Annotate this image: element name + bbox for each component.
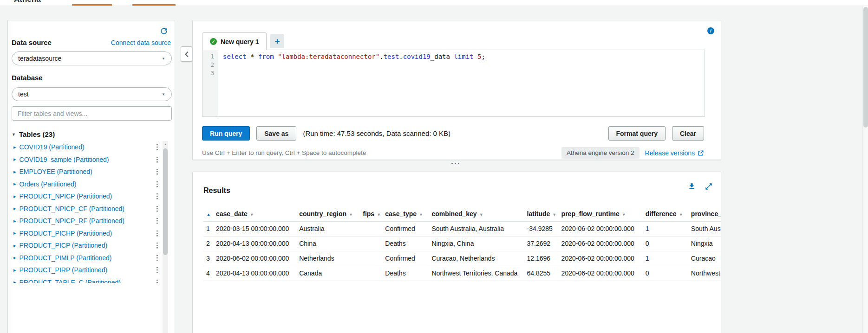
results-toolbar [688, 182, 712, 190]
download-results-icon[interactable] [688, 182, 696, 190]
table-options-icon[interactable]: ⋮ [154, 278, 160, 283]
result-row: 1 2020-03-15 00:00:00.000 Australia Conf… [203, 221, 721, 236]
info-icon[interactable]: i [707, 27, 714, 34]
sql-token: ; [481, 53, 485, 60]
table-list-item[interactable]: ▸Orders (Partitioned)⋮ [12, 178, 160, 191]
scrollbar-thumb[interactable] [163, 148, 168, 255]
add-tab-button[interactable]: + [270, 34, 284, 48]
cell-fips [363, 266, 385, 281]
sql-token: _data [431, 53, 454, 60]
results-table-container: ▲ case_date▼ country_region▼ fips▼ case_… [203, 207, 721, 333]
column-header-fips[interactable]: fips▼ [363, 207, 385, 221]
table-list-item[interactable]: ▸PRODUCT_TABLE_C (Partitioned)⋮ [12, 276, 160, 283]
athena-brand-link[interactable]: Athena [14, 0, 41, 4]
scroll-up-arrow-icon[interactable]: ▲ [163, 141, 168, 147]
table-options-icon[interactable]: ⋮ [154, 229, 160, 237]
table-name-link[interactable]: PRODUCT_PICHP (Partitioned) [20, 230, 112, 237]
database-select[interactable]: test ▼ [12, 87, 172, 101]
cell-combined-key: South Australia, Australia [431, 221, 527, 236]
table-name-link[interactable]: PRODUCT_PIRP (Partitioned) [20, 266, 108, 274]
sql-token: select [223, 53, 247, 60]
column-header-combined-key[interactable]: combined_key▼ [431, 207, 527, 221]
table-list-item[interactable]: ▸PRODUCT_PIRP (Partitioned)⋮ [12, 264, 160, 276]
cell-combined-key: Curacao, Netherlands [431, 251, 527, 266]
table-options-icon[interactable]: ⋮ [154, 180, 160, 188]
table-name-link[interactable]: COVID19_sample (Partitioned) [20, 156, 109, 163]
table-list-item[interactable]: ▸COVID19_sample (Partitioned)⋮ [12, 154, 160, 166]
table-options-icon[interactable]: ⋮ [154, 254, 160, 262]
cell-latitude: -34.9285 [527, 221, 561, 236]
table-options-icon[interactable]: ⋮ [154, 155, 160, 164]
expand-triangle-icon: ▸ [13, 231, 16, 236]
table-list-item[interactable]: ▸PRODUCT_NPICP_CF (Partitioned)⋮ [12, 203, 160, 215]
run-query-button[interactable]: Run query [202, 126, 250, 141]
table-name-link[interactable]: PRODUCT_NPICP_RF (Partitioned) [20, 217, 124, 224]
column-header-difference[interactable]: difference▼ [646, 207, 691, 221]
column-menu-icon: ▼ [349, 212, 353, 217]
table-options-icon[interactable]: ⋮ [154, 217, 160, 225]
cell-case-date: 2020-06-02 00:00:00.000 [216, 251, 299, 266]
table-name-link[interactable]: PRODUCT_TABLE_C (Partitioned) [20, 279, 121, 283]
expand-results-icon[interactable] [705, 183, 712, 190]
expand-triangle-icon: ▸ [13, 268, 16, 273]
cell-difference: 0 [646, 266, 691, 281]
cell-case-date: 2020-03-15 00:00:00.000 [216, 221, 299, 236]
sidebar-scrollbar[interactable]: ▲ [163, 141, 168, 333]
refresh-icon[interactable] [159, 26, 169, 36]
filter-tables-input[interactable] [12, 106, 172, 121]
table-list-item[interactable]: ▸PRODUCT_NPICP_RF (Partitioned)⋮ [12, 215, 160, 227]
column-header-prep-flow-runtime[interactable]: prep_flow_runtime▼ [561, 207, 646, 221]
sort-column-header[interactable]: ▲ [203, 207, 216, 221]
column-header-province-state[interactable]: province_state▼ [691, 207, 721, 221]
column-header-latitude[interactable]: latitude▼ [527, 207, 561, 221]
sql-editor[interactable]: 1 2 3 select * from "lambda:teradataconn… [202, 50, 705, 117]
column-header-case-type[interactable]: case_type▼ [385, 207, 431, 221]
table-options-icon[interactable]: ⋮ [154, 266, 160, 274]
sql-token [474, 53, 477, 60]
table-list-item[interactable]: ▸PRODUCT_PIMLP (Partitioned)⋮ [12, 252, 160, 264]
cell-case-type: Confirmed [385, 251, 431, 266]
table-name-link[interactable]: PRODUCT_NPICP (Partitioned) [20, 192, 112, 200]
connect-data-source-link[interactable]: Connect data source [111, 39, 171, 46]
table-name-link[interactable]: Orders (Partitioned) [20, 180, 77, 188]
table-options-icon[interactable]: ⋮ [154, 143, 160, 151]
expand-triangle-icon: ▸ [13, 157, 16, 162]
table-list-item[interactable]: ▸PRODUCT_PICP (Partitioned)⋮ [12, 239, 160, 252]
clear-button[interactable]: Clear [672, 126, 704, 141]
page-scrollbar-thumb[interactable] [863, 7, 868, 128]
tab-new-query-1[interactable]: ✓ New query 1 [202, 32, 267, 50]
data-source-value: teradatasource [18, 55, 61, 62]
tables-count-label: Tables (23) [19, 130, 55, 138]
table-list-item[interactable]: ▸PRODUCT_NPICP (Partitioned)⋮ [12, 190, 160, 203]
row-number: 4 [203, 266, 216, 281]
table-list-item[interactable]: ▸PRODUCT_PICHP (Partitioned)⋮ [12, 227, 160, 240]
table-options-icon[interactable]: ⋮ [154, 241, 160, 250]
release-versions-link[interactable]: Release versions [645, 149, 704, 157]
table-options-icon[interactable]: ⋮ [154, 192, 160, 200]
table-name-link[interactable]: PRODUCT_PIMLP (Partitioned) [20, 254, 112, 262]
data-source-select[interactable]: teradatasource ▼ [12, 51, 172, 65]
sql-code-area[interactable]: select * from "lambda:teradataconnector"… [218, 50, 705, 116]
table-name-link[interactable]: PRODUCT_NPICP_CF (Partitioned) [20, 205, 124, 212]
line-number-gutter: 1 2 3 [202, 50, 218, 116]
column-header-country-region[interactable]: country_region▼ [299, 207, 363, 221]
table-list-item[interactable]: ▸EMPLOYEE (Partitioned)⋮ [12, 166, 160, 178]
table-name-link[interactable]: COVID19 (Partitioned) [20, 143, 85, 151]
page-scrollbar[interactable] [862, 6, 868, 333]
column-menu-icon: ▼ [479, 212, 483, 217]
table-name-link[interactable]: PRODUCT_PICP (Partitioned) [20, 242, 108, 249]
panel-resize-handle[interactable] [451, 163, 459, 164]
column-label: latitude [527, 210, 550, 218]
editor-actions-row: Run query Save as (Run time: 47.53 secon… [202, 126, 704, 141]
result-row: 3 2020-06-02 00:00:00.000 Netherlands Co… [203, 251, 721, 266]
table-options-icon[interactable]: ⋮ [154, 205, 160, 213]
format-query-button[interactable]: Format query [608, 126, 666, 141]
table-list-item[interactable]: ▸COVID19 (Partitioned)⋮ [12, 141, 160, 154]
tables-section-toggle[interactable]: ▼ Tables (23) [12, 130, 55, 138]
table-name-link[interactable]: EMPLOYEE (Partitioned) [20, 168, 92, 175]
save-as-button[interactable]: Save as [256, 126, 296, 141]
release-versions-label: Release versions [645, 149, 695, 157]
column-header-case-date[interactable]: case_date▼ [216, 207, 299, 221]
table-options-icon[interactable]: ⋮ [154, 167, 160, 176]
collapse-sidebar-button[interactable] [181, 46, 192, 62]
